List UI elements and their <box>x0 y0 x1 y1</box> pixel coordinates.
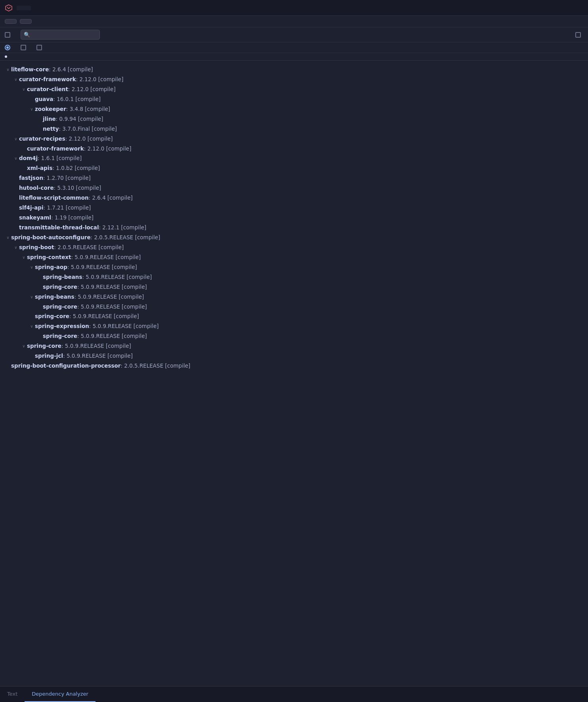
list-item[interactable]: ∨curator-recipes : 2.12.0 [compile] <box>0 134 588 144</box>
chevron-icon[interactable]: ∨ <box>29 264 35 271</box>
dep-version: : 1.0.b2 [compile] <box>52 164 100 173</box>
toolbar <box>0 16 588 27</box>
chevron-icon[interactable]: ∨ <box>29 106 35 113</box>
app-logo-icon <box>5 4 13 12</box>
dep-version: : 1.2.70 [compile] <box>43 174 91 183</box>
show-size-checkbox[interactable] <box>36 45 42 50</box>
list-item[interactable]: spring-boot-configuration-processor : 2.… <box>0 361 588 371</box>
list-item[interactable]: ∨spring-aop : 5.0.9.RELEASE [compile] <box>0 262 588 272</box>
dep-name: spring-beans <box>35 292 74 301</box>
dep-version: : 2.12.1 [compile] <box>99 223 147 232</box>
dep-name: curator-framework <box>27 144 84 153</box>
list-item[interactable]: ∨liteflow-core : 2.6.4 [compile] <box>0 65 588 74</box>
list-item[interactable]: ∨curator-client : 2.12.0 [compile] <box>0 84 588 94</box>
dep-version: : 3.7.0.Final [compile] <box>59 124 117 134</box>
dep-name: xml-apis <box>27 164 52 173</box>
list-item[interactable]: spring-jcl : 5.0.9.RELEASE [compile] <box>0 351 588 361</box>
list-item[interactable]: xml-apis : 1.0.b2 [compile] <box>0 163 588 173</box>
list-item[interactable]: spring-core : 5.0.9.RELEASE [compile] <box>0 282 588 292</box>
list-item[interactable]: hutool-core : 5.3.10 [compile] <box>0 183 588 193</box>
dep-version: : 5.0.9.RELEASE [compile] <box>71 253 141 262</box>
list-item[interactable]: ∨spring-context : 5.0.9.RELEASE [compile… <box>0 252 588 262</box>
show-groupid-checkbox[interactable] <box>21 45 26 50</box>
editor-tab[interactable] <box>17 6 31 10</box>
list-item[interactable]: transmittable-thread-local : 2.12.1 [com… <box>0 223 588 233</box>
list-item[interactable]: jline : 0.9.94 [compile] <box>0 114 588 124</box>
dep-name: liteflow-script-common <box>19 193 89 202</box>
list-item[interactable]: fastjson : 1.2.70 [compile] <box>0 173 588 183</box>
dep-name: jline <box>43 114 56 124</box>
list-item[interactable]: liteflow-script-common : 2.6.4 [compile] <box>0 193 588 203</box>
dep-name: guava <box>35 95 53 104</box>
filter-item[interactable] <box>575 32 583 38</box>
list-item[interactable]: spring-core : 5.0.9.RELEASE [compile] <box>0 311 588 321</box>
dep-version: : 16.0.1 [compile] <box>53 95 101 104</box>
list-item[interactable]: ∨curator-framework : 2.12.0 [compile] <box>0 74 588 84</box>
dep-name: spring-aop <box>35 263 67 272</box>
dep-version: : 5.0.9.RELEASE [compile] <box>89 322 159 331</box>
list-item[interactable]: spring-core : 5.0.9.RELEASE [compile] <box>0 331 588 341</box>
list-view-radio[interactable] <box>5 45 10 50</box>
dep-name: slf4j-api <box>19 203 44 212</box>
dep-version: : 2.12.0 [compile] <box>84 144 132 153</box>
chevron-icon[interactable]: ∨ <box>21 254 27 261</box>
dep-name: zookeeper <box>35 105 66 114</box>
search-input[interactable] <box>21 30 100 40</box>
chevron-icon[interactable]: ∨ <box>13 155 19 162</box>
chevron-icon[interactable]: ∨ <box>13 135 19 142</box>
chevron-icon[interactable]: ∨ <box>21 86 27 93</box>
list-item[interactable]: slf4j-api : 1.7.21 [compile] <box>0 203 588 213</box>
list-item[interactable]: snakeyaml : 1.19 [compile] <box>0 213 588 223</box>
show-size-option[interactable] <box>36 45 44 50</box>
dep-name: spring-core <box>35 312 69 321</box>
chevron-icon[interactable]: ∨ <box>5 234 11 241</box>
dependency-tree: ∨liteflow-core : 2.6.4 [compile]∨curator… <box>0 61 588 375</box>
dep-name: spring-core <box>27 341 61 351</box>
dep-version: : 2.6.4 [compile] <box>49 65 93 74</box>
list-item[interactable]: ∨dom4j : 1.6.1 [compile] <box>0 153 588 163</box>
list-item[interactable]: ∨spring-beans : 5.0.9.RELEASE [compile] <box>0 292 588 302</box>
dep-name: liteflow-core <box>11 65 49 74</box>
list-item[interactable]: spring-core : 5.0.9.RELEASE [compile] <box>0 302 588 312</box>
dep-name: snakeyaml <box>19 213 51 222</box>
conflicts-filter[interactable] <box>5 32 13 38</box>
bottom-tab-text[interactable]: Text <box>0 687 25 702</box>
dep-name: spring-boot-configuration-processor <box>11 361 120 370</box>
filter-checkbox[interactable] <box>575 32 581 38</box>
list-item[interactable]: ∨spring-boot-autoconfigure : 2.0.5.RELEA… <box>0 233 588 242</box>
list-view-option[interactable] <box>5 45 13 50</box>
list-item[interactable]: ∨zookeeper : 3.4.8 [compile] <box>0 104 588 114</box>
dep-version: : 5.3.10 [compile] <box>54 183 101 193</box>
list-item[interactable]: curator-framework : 2.12.0 [compile] <box>0 144 588 154</box>
list-item[interactable]: netty : 3.7.0.Final [compile] <box>0 124 588 134</box>
conflicts-checkbox[interactable] <box>5 32 10 38</box>
refresh-ui-button[interactable] <box>5 19 17 24</box>
dep-version: : 5.0.9.RELEASE [compile] <box>77 332 147 341</box>
dep-version: : 1.19 [compile] <box>51 213 94 222</box>
chevron-icon[interactable]: ∨ <box>29 294 35 300</box>
bottom-tab-dependency-analyzer[interactable]: Dependency Analyzer <box>25 687 95 702</box>
list-item[interactable]: ∨spring-expression : 5.0.9.RELEASE [comp… <box>0 321 588 331</box>
dep-name: spring-boot <box>19 243 54 252</box>
dep-version: : 3.4.8 [compile] <box>66 105 110 114</box>
chevron-icon[interactable]: ∨ <box>5 66 11 73</box>
chevron-icon[interactable]: ∨ <box>13 244 19 251</box>
reimport-button[interactable] <box>20 19 32 24</box>
chevron-icon[interactable]: ∨ <box>13 76 19 83</box>
main-content: ∨liteflow-core : 2.6.4 [compile]∨curator… <box>0 61 588 686</box>
dep-name: curator-framework <box>19 75 76 84</box>
dep-name: netty <box>43 124 59 134</box>
dep-name: hutool-core <box>19 183 54 193</box>
dep-name: curator-recipes <box>19 134 65 143</box>
chevron-icon[interactable]: ∨ <box>29 323 35 330</box>
list-item[interactable]: ∨spring-boot : 2.0.5.RELEASE [compile] <box>0 242 588 252</box>
list-item[interactable]: ∨spring-core : 5.0.9.RELEASE [compile] <box>0 341 588 351</box>
dep-version: : 2.12.0 [compile] <box>65 134 113 143</box>
dep-name: spring-beans <box>43 273 82 282</box>
chevron-icon[interactable]: ∨ <box>21 343 27 349</box>
options-row: 🔍 <box>0 27 588 42</box>
list-item[interactable]: guava : 16.0.1 [compile] <box>0 94 588 104</box>
show-groupid-option[interactable] <box>21 45 29 50</box>
list-item[interactable]: spring-beans : 5.0.9.RELEASE [compile] <box>0 272 588 282</box>
dep-version: : 1.6.1 [compile] <box>38 154 82 163</box>
